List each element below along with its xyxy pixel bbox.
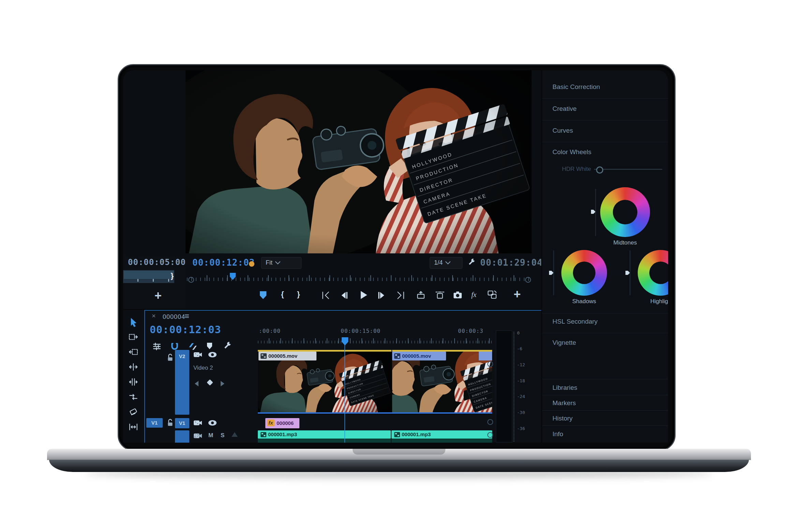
comparison-view-button[interactable] (487, 290, 497, 299)
lumetri-section-color-wheels[interactable]: Color Wheels (542, 148, 668, 156)
timeline-timecode[interactable]: 00:00:12:03 (150, 324, 221, 336)
meter-scale-3: -18 (517, 378, 525, 383)
clip-v2-1-label[interactable]: 000005.mov (258, 352, 316, 360)
step-forward-button[interactable] (377, 291, 386, 299)
clip-media-icon (394, 432, 400, 437)
export-frame-camera-button[interactable] (453, 291, 462, 299)
panel-tab-libraries[interactable]: Libraries (542, 384, 668, 391)
slip-tool[interactable] (129, 423, 138, 431)
track-video-icon-v1[interactable] (193, 419, 202, 427)
out-point-brace: } (171, 271, 174, 280)
timeline-wrench-icon[interactable] (223, 341, 232, 351)
audio-waveform (391, 439, 492, 443)
midtones-label: Midtones (601, 239, 649, 246)
clip-v2-2-label[interactable]: 000005.mov (392, 352, 446, 360)
source-patch-v1[interactable]: V1 (146, 418, 163, 428)
lumetri-section-hsl-secondary[interactable]: HSL Secondary (542, 318, 668, 325)
panel-tab-markers[interactable]: Markers (542, 399, 668, 407)
playback-resolution-select[interactable]: 1/4 (430, 257, 462, 269)
timeline-panel-menu[interactable]: ≡ (184, 311, 189, 321)
clip-thumbnail-filmstrip[interactable] (258, 352, 391, 413)
ruler-label-0: :00:00 (259, 328, 281, 334)
step-back-button[interactable] (340, 291, 349, 299)
timeline-playhead-line (344, 345, 345, 443)
timeline-tab-name[interactable]: 000004 (163, 313, 185, 321)
extract-button[interactable] (435, 291, 445, 299)
add-button-program[interactable]: + (514, 287, 521, 301)
keyframe-prev-icon[interactable] (195, 381, 198, 386)
track-scroll-handle[interactable] (487, 432, 493, 438)
lumetri-section-vignette[interactable]: Vignette (542, 339, 668, 346)
timeline-playhead[interactable] (342, 337, 348, 345)
go-to-in-button[interactable] (321, 291, 330, 299)
mark-out-button[interactable]: } (297, 290, 300, 299)
midtones-slider[interactable] (595, 189, 596, 236)
selection-tool[interactable] (129, 317, 138, 327)
scroll-handle-right[interactable] (525, 277, 531, 283)
track-video-icon-v2[interactable] (193, 351, 202, 358)
track-target-v2[interactable]: V2 (175, 350, 189, 415)
lift-button[interactable] (416, 291, 426, 299)
clip-fragment-label[interactable] (479, 352, 492, 360)
play-button[interactable] (359, 290, 368, 300)
rate-stretch-tool[interactable] (129, 393, 138, 401)
panel-tab-info[interactable]: Info (542, 430, 668, 438)
shadows-label: Shadows (560, 298, 608, 305)
ripple-edit-tool[interactable] (129, 363, 138, 371)
source-duration-bar[interactable]: } (123, 270, 174, 283)
add-button-source[interactable]: + (154, 289, 162, 303)
settings-wrench-icon[interactable] (467, 258, 476, 267)
add-marker-button[interactable] (260, 291, 266, 299)
timeline-ruler[interactable] (258, 337, 493, 343)
program-monitor-panel: 00:00:12:03 Fit 1/4 00:01:29:04 { } (186, 70, 542, 310)
hdr-white-slider[interactable] (594, 169, 662, 170)
meter-scale-5: -30 (517, 410, 525, 415)
track-scroll-handle[interactable] (487, 361, 493, 367)
track-lock-icon-v1[interactable] (167, 419, 174, 427)
track-select-backward-tool[interactable] (129, 348, 138, 356)
track-name-v2[interactable]: Video 2 (193, 365, 213, 371)
lumetri-section-curves[interactable]: Curves (542, 127, 668, 134)
track-output-eye-icon-v2[interactable] (208, 351, 217, 358)
clip-v1-graphics[interactable]: fx000006 (265, 418, 299, 428)
track-audio-icon-a1[interactable] (193, 432, 202, 440)
track-solo-button[interactable]: S (221, 432, 224, 439)
track-output-eye-icon-v1[interactable] (208, 419, 217, 427)
lumetri-section-creative[interactable]: Creative (542, 105, 668, 113)
mark-in-button[interactable]: { (281, 290, 284, 299)
keyframe-next-icon[interactable] (221, 381, 224, 386)
hdr-white-slider-handle[interactable] (596, 166, 603, 174)
track-lock-icon-v2[interactable] (167, 354, 174, 362)
scroll-handle-left[interactable] (188, 277, 194, 283)
panel-tab-history[interactable]: History (542, 415, 668, 422)
chevron-down-icon (445, 259, 451, 265)
track-keyframe-toggle-icon[interactable] (232, 432, 238, 437)
track-select-forward-tool[interactable] (129, 332, 138, 341)
hdr-white-label: HDR White (562, 166, 591, 173)
track-target-a1[interactable] (175, 430, 189, 443)
go-to-out-button[interactable] (396, 291, 405, 299)
source-timecode: 00:00:05:00 (128, 257, 186, 267)
track-target-v1[interactable]: V1 (175, 418, 189, 428)
track-mute-button[interactable]: M (208, 432, 213, 439)
clip-audio-1[interactable]: 000001.mp3 (258, 430, 391, 443)
timeline-tab-close[interactable]: × (152, 312, 156, 320)
razor-tool[interactable] (129, 408, 138, 416)
clip-media-icon (261, 353, 267, 359)
clip-thumbnail-filmstrip[interactable] (392, 352, 492, 413)
zoom-level-select[interactable]: Fit (261, 257, 301, 269)
track-scroll-handle[interactable] (487, 419, 493, 425)
program-current-timecode[interactable]: 00:00:12:03 (192, 257, 255, 268)
timeline-marker-icon[interactable] (207, 343, 212, 349)
linked-selection-icon[interactable] (188, 342, 197, 351)
program-time-ruler[interactable] (187, 272, 532, 281)
keyframe-add-icon[interactable] (207, 379, 213, 385)
clip-fx-badge: fx (267, 419, 275, 426)
rolling-edit-tool[interactable] (129, 378, 138, 386)
clip-audio-2[interactable]: 000001.mp3 (391, 430, 492, 443)
meter-scale-4: -24 (517, 394, 525, 399)
edit-point-line[interactable] (391, 350, 392, 415)
fx-badge-button[interactable]: fx (471, 291, 476, 299)
lumetri-section-basic-correction[interactable]: Basic Correction (542, 83, 668, 91)
timeline-settings-icon[interactable] (152, 342, 161, 351)
